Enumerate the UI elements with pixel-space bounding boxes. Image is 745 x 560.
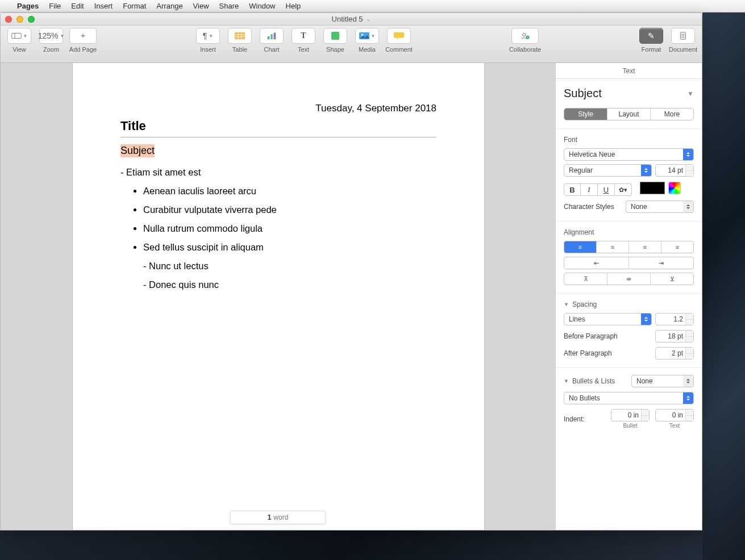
valign-bottom-button[interactable]: ⊻ [650, 273, 693, 285]
font-family-value: Helvetica Neue [569, 151, 615, 158]
align-right-button[interactable]: ≡ [629, 241, 661, 253]
toolbar-view-button[interactable]: ▼ View [5, 28, 34, 53]
toolbar-collaborate-button[interactable]: + Collaborate [511, 28, 539, 53]
toolbar-document-button[interactable]: Document [669, 28, 697, 53]
toolbar-table-label: Table [232, 46, 247, 53]
align-center-button[interactable]: ≡ [596, 241, 629, 253]
select-arrow-icon [683, 392, 693, 404]
after-para-value: 2 pt [672, 349, 683, 357]
stepper-icon[interactable] [641, 409, 649, 421]
bullets-disclosure[interactable]: Bullets & Lists [564, 377, 615, 385]
toolbar-comment-button[interactable]: Comment [385, 28, 413, 53]
after-para-label: After Paragraph [564, 349, 612, 357]
italic-button[interactable]: I [581, 183, 598, 196]
before-para-label: Before Paragraph [564, 332, 618, 340]
seg-layout[interactable]: Layout [607, 108, 650, 120]
doc-line-dash1[interactable]: Etiam sit amet est [120, 163, 436, 182]
menu-share[interactable]: Share [219, 2, 239, 10]
after-para-field[interactable]: 2 pt [655, 347, 694, 360]
select-arrow-icon [683, 201, 693, 212]
stepper-icon[interactable] [685, 314, 693, 325]
document-title-text: Untitled 5 [332, 15, 363, 23]
section-spacing: Spacing Lines 1.2 Before Paragraph 18 pt [556, 293, 702, 367]
seg-more[interactable]: More [650, 108, 693, 120]
seg-style[interactable]: Style [564, 108, 607, 120]
bullet-item[interactable]: Sed tellus suscipit in aliquam [143, 238, 436, 257]
chevron-down-icon[interactable]: ▼ [687, 90, 694, 98]
toolbar-text-button[interactable]: T Text [289, 28, 318, 53]
valign-top-button[interactable]: ⊼ [564, 273, 607, 285]
spacing-mode-select[interactable]: Lines [564, 313, 652, 325]
toolbar-media-label: Media [359, 46, 376, 53]
stepper-icon[interactable] [685, 165, 693, 176]
doc-title[interactable]: Title [120, 119, 436, 133]
color-picker-button[interactable] [668, 182, 681, 194]
toolbar-table-button[interactable]: Table [226, 28, 254, 53]
toolbar-chart-button[interactable]: Chart [257, 28, 286, 53]
window-close-button[interactable] [5, 16, 12, 23]
page[interactable]: Tuesday, 4 September 2018 Title Subject … [72, 63, 485, 530]
bullet-item[interactable]: Curabitur vulputate viverra pede [143, 200, 436, 219]
bullet-item[interactable]: Nulla rutrum commodo ligula [143, 219, 436, 238]
font-weight-select[interactable]: Regular [564, 164, 652, 177]
toolbar-zoom-button[interactable]: 125%▼ Zoom [37, 28, 65, 53]
toolbar-format-button[interactable]: ✎ Format [637, 28, 665, 53]
indent-button[interactable]: ⇥ [629, 257, 693, 269]
bullet-type-select[interactable]: No Bullets [564, 392, 694, 404]
toolbar-insert-button[interactable]: ¶▼ Insert [194, 28, 222, 53]
font-size-field[interactable]: 14 pt [655, 164, 694, 177]
menu-help[interactable]: Help [286, 2, 301, 10]
menu-insert[interactable]: Insert [94, 2, 113, 10]
bullet-style-value: None [636, 377, 653, 385]
stepper-icon[interactable] [685, 409, 693, 421]
window-zoom-button[interactable] [28, 16, 35, 23]
underline-button[interactable]: U [598, 183, 615, 196]
text-indent-field[interactable]: 0 in [655, 409, 694, 421]
menu-arrange[interactable]: Arrange [156, 2, 182, 10]
toolbar-addpage-button[interactable]: ＋ Add Page [69, 28, 97, 53]
subdash-item[interactable]: Nunc ut lectus [143, 257, 436, 275]
before-para-field[interactable]: 18 pt [655, 330, 694, 342]
toolbar-insert-label: Insert [200, 46, 216, 53]
bullet-item[interactable]: Aenean iaculis laoreet arcu [143, 182, 436, 200]
subdash-item[interactable]: Donec quis nunc [143, 275, 436, 294]
text-options-button[interactable]: ✿▾ [615, 183, 632, 196]
document-canvas[interactable]: Tuesday, 4 September 2018 Title Subject … [1, 63, 555, 530]
bold-button[interactable]: B [564, 183, 581, 196]
stepper-icon[interactable] [685, 348, 693, 359]
spacing-disclosure[interactable]: Spacing [564, 300, 694, 308]
menu-file[interactable]: File [49, 2, 61, 10]
doc-subject-selected[interactable]: Subject [120, 144, 155, 157]
align-justify-button[interactable]: ≡ [661, 241, 693, 253]
window-minimize-button[interactable] [16, 16, 23, 23]
app-menu[interactable]: Pages [17, 2, 39, 10]
toolbar-shape-button[interactable]: Shape [321, 28, 349, 53]
bullet-indent-field[interactable]: 0 in [611, 409, 650, 421]
document-title[interactable]: Untitled 5 ⌄ [332, 15, 371, 23]
menu-window[interactable]: Window [249, 2, 275, 10]
stepper-icon[interactable] [685, 331, 693, 342]
vertical-align-segment: ⊼ ≑ ⊻ [564, 273, 694, 285]
doc-date[interactable]: Tuesday, 4 September 2018 [120, 103, 436, 114]
font-family-select[interactable]: Helvetica Neue [564, 148, 694, 161]
section-font: Font Helvetica Neue Regular 14 pt B I [556, 128, 702, 221]
outdent-button[interactable]: ⇤ [564, 257, 629, 269]
zoom-value: 125% [38, 31, 59, 40]
valign-middle-button[interactable]: ≑ [607, 273, 650, 285]
line-spacing-field[interactable]: 1.2 [655, 313, 694, 325]
select-arrow-icon [641, 314, 651, 325]
menu-edit[interactable]: Edit [71, 2, 84, 10]
charstyles-select[interactable]: None [626, 200, 694, 213]
word-count-pill[interactable]: 1 word [230, 511, 326, 524]
select-arrow-icon [641, 165, 651, 176]
inspector-tab-text[interactable]: Text [556, 63, 702, 79]
menu-format[interactable]: Format [123, 2, 146, 10]
align-left-button[interactable]: ≡ [564, 241, 596, 253]
bullet-style-select[interactable]: None [631, 375, 694, 387]
table-icon [235, 32, 245, 40]
paragraph-style-name[interactable]: Subject [564, 87, 602, 100]
word-count-number: 1 [268, 513, 272, 521]
menu-view[interactable]: View [193, 2, 209, 10]
toolbar-media-button[interactable]: ▼ Media [353, 28, 381, 53]
text-color-swatch[interactable] [640, 182, 665, 194]
